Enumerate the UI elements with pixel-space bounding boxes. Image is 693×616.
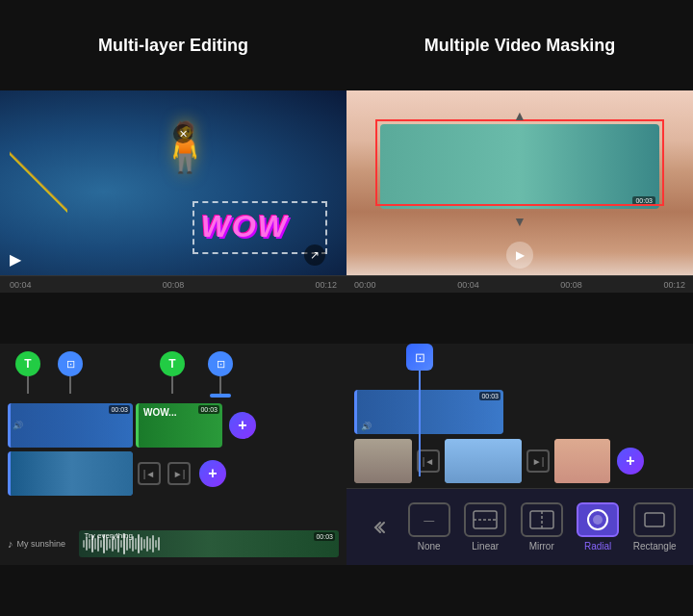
- audio-waveform[interactable]: Try everything 00:03: [79, 530, 340, 557]
- nav-next-right[interactable]: ►|: [526, 449, 550, 473]
- chevron-up-icon[interactable]: ▲: [513, 108, 526, 123]
- mask-icon-linear: [464, 502, 506, 537]
- clip-duration-2: 00:03: [198, 405, 219, 414]
- mask-label-rectangle: Rectangle: [633, 541, 677, 552]
- mask-option-rectangle[interactable]: Rectangle: [633, 502, 677, 552]
- mask-icon-rectangle: [633, 502, 676, 537]
- pin-line-b2: [219, 376, 221, 394]
- mask-icon-none: —: [408, 502, 450, 537]
- clip-surf-thumb: [11, 451, 133, 496]
- pin-line-b1: [69, 376, 71, 394]
- clip-volume-icon: 🔊: [13, 421, 23, 430]
- chevron-down-icon[interactable]: ▼: [513, 214, 526, 229]
- surf-clip-volume: 🔊: [361, 422, 372, 431]
- nav-prev-button[interactable]: |◄: [138, 462, 161, 485]
- bottom-left-editor: T ⊡ T ⊡: [0, 344, 346, 565]
- pin-dot-b2: [210, 394, 231, 398]
- landscape-thumb: [354, 439, 412, 483]
- svg-rect-6: [645, 513, 664, 526]
- clip-row-2: |◄ ►| +: [8, 451, 339, 496]
- header-right: Multiple Video Masking: [346, 0, 693, 90]
- pin-green-t-2: T: [160, 351, 185, 394]
- svg-point-5: [593, 515, 603, 525]
- audio-label-sunshine: My sunshine: [17, 539, 75, 549]
- add-right-button[interactable]: +: [617, 448, 644, 475]
- person-clip[interactable]: [554, 439, 610, 483]
- person-thumb: [554, 439, 610, 483]
- clip-duration-1: 00:03: [109, 405, 130, 414]
- pin-circle-t1[interactable]: T: [15, 351, 40, 376]
- right-clip-container: 🔊 00:03 |◄: [354, 390, 685, 483]
- video-panel-right: 00:03 ▲ ▼ ▶ 00:00 00:04 00:08 00:12: [346, 90, 693, 293]
- add-clip-button[interactable]: +: [199, 460, 226, 487]
- pin-line-t2: [171, 376, 173, 394]
- title-video-masking: Multiple Video Masking: [424, 36, 616, 56]
- track-area-left: T ⊡ T ⊡: [0, 344, 346, 496]
- pin-green-t-1: T: [15, 351, 40, 394]
- mask-option-none[interactable]: — None: [408, 502, 450, 552]
- surf-clip-duration: 00:03: [479, 392, 500, 400]
- time-marker-3: 00:12: [315, 280, 337, 290]
- clip-blue-2[interactable]: [8, 451, 133, 496]
- time-marker-2: 00:08: [163, 280, 185, 290]
- track-area-right: ⊡ 🔊 00:03: [346, 344, 693, 483]
- clip-thumb-surf: [11, 451, 133, 496]
- playhead-line: [419, 371, 421, 476]
- pin-blue-2: ⊡: [208, 351, 233, 398]
- mask-icon-radial: [577, 502, 619, 537]
- playhead: ⊡: [406, 344, 433, 476]
- pin-circle-b2[interactable]: ⊡: [208, 351, 233, 376]
- time-marker-r4: 00:12: [663, 280, 685, 290]
- mask-label-radial: Radial: [584, 541, 611, 552]
- music-note-icon: ♪: [8, 538, 13, 550]
- clip-green-1[interactable]: WOW... 00:03: [136, 403, 222, 448]
- close-button[interactable]: ✕: [173, 124, 192, 143]
- playhead-icon: ⊡: [406, 344, 433, 371]
- rotate-icon[interactable]: ↗: [304, 244, 325, 266]
- mask-label-mirror: Mirror: [529, 541, 554, 552]
- clip-row-1: 🔊 00:03 WOW... 00:03 +: [8, 403, 339, 448]
- red-selection-box[interactable]: [375, 119, 664, 206]
- audio-duration: 00:03: [314, 532, 335, 541]
- nav-next-button[interactable]: ►|: [167, 462, 191, 485]
- clip-green-text: WOW...: [143, 407, 176, 418]
- mask-option-radial[interactable]: Radial: [577, 502, 619, 552]
- lightning-effect: [10, 110, 67, 225]
- back-button[interactable]: [363, 512, 394, 543]
- mask-label-none: None: [418, 541, 441, 552]
- mask-icon-mirror: [521, 502, 563, 537]
- play-button-right[interactable]: ▶: [506, 242, 533, 269]
- video-panel-left: 🧍 ✕ WOW ↗ ▶ 00:04 00:08 00:12: [0, 90, 346, 293]
- header-left: Multi-layer Editing: [0, 0, 346, 90]
- clip-blue-1[interactable]: 🔊 00:03: [8, 403, 133, 448]
- pin-circle-t2[interactable]: T: [160, 351, 185, 376]
- mask-option-linear[interactable]: Linear: [464, 502, 506, 552]
- landscape-clip[interactable]: [354, 439, 412, 483]
- right-track-row-2: |◄ ►| +: [354, 439, 685, 483]
- pin-circle-b1[interactable]: ⊡: [58, 351, 83, 376]
- title-multi-layer: Multi-layer Editing: [98, 36, 248, 56]
- mask-option-mirror[interactable]: Mirror: [521, 502, 563, 552]
- mask-label-linear: Linear: [472, 541, 499, 552]
- bottom-right-editor: ⊡ 🔊 00:03: [346, 344, 693, 565]
- add-track-button[interactable]: +: [229, 412, 256, 439]
- sky-clip[interactable]: [445, 439, 522, 483]
- time-marker-1: 00:04: [10, 280, 32, 290]
- audio-track-area: ♪ My sunshine: [8, 530, 339, 557]
- play-button-left[interactable]: ▶: [10, 250, 21, 269]
- app-container: Multi-layer Editing Multiple Video Maski…: [0, 0, 693, 616]
- mask-toolbar: — None Linear: [346, 488, 693, 565]
- pin-line-t1: [27, 376, 29, 394]
- pin-blue-1: ⊡: [58, 351, 83, 394]
- try-everything-label: Try everything: [85, 530, 133, 541]
- right-track-row-1: 🔊 00:03: [354, 390, 685, 434]
- sky-thumb: [445, 439, 522, 483]
- time-marker-r2: 00:04: [457, 280, 479, 290]
- time-marker-r3: 00:08: [560, 280, 582, 290]
- time-marker-r1: 00:00: [354, 280, 376, 290]
